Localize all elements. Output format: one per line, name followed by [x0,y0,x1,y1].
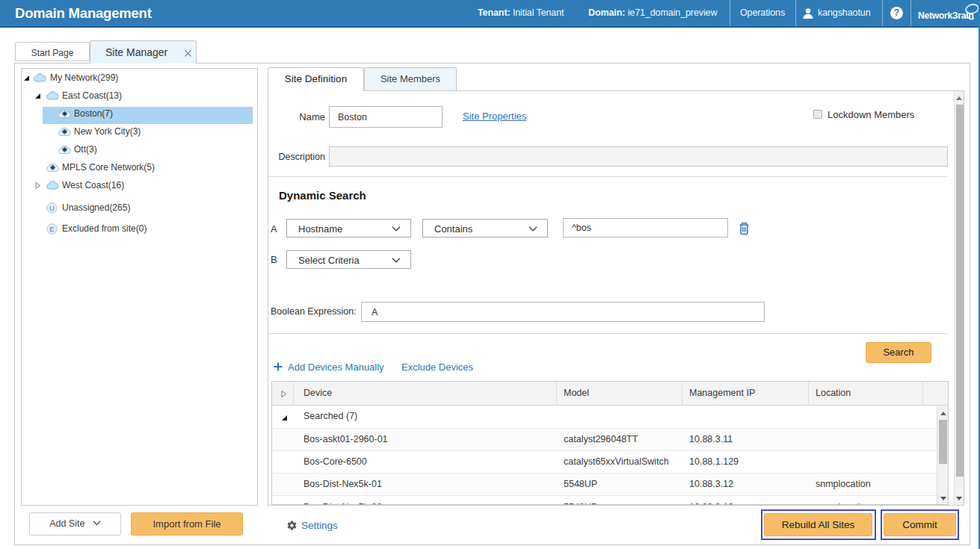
svg-text:Network3rain: Network3rain [918,10,973,21]
svg-text:E: E [49,225,54,233]
svg-text:U: U [49,204,55,212]
